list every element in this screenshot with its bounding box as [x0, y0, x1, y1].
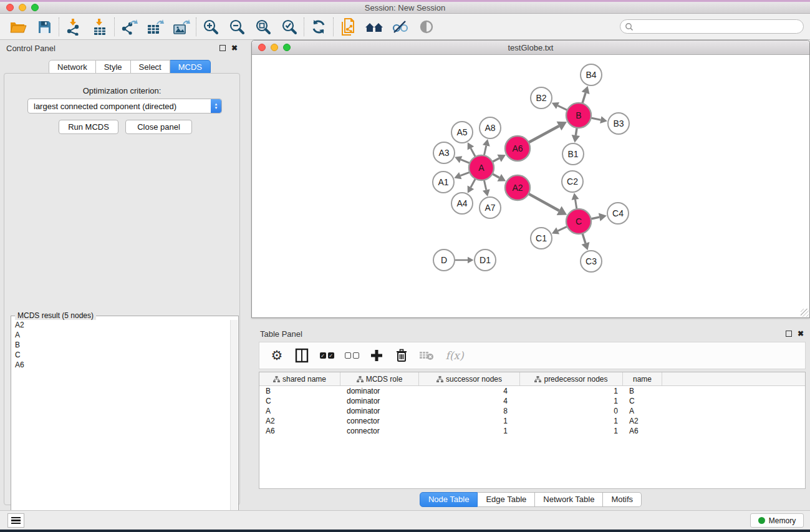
show-graphics-details-button[interactable] — [413, 16, 440, 38]
table-row[interactable]: A2connector11A2 — [259, 416, 805, 426]
zoom-selected-button[interactable] — [276, 16, 302, 38]
zoom-in-button[interactable] — [198, 16, 224, 38]
graph-edge-A-A1[interactable] — [460, 172, 470, 176]
maximize-network-window-button[interactable] — [283, 44, 291, 51]
import-table-button[interactable] — [87, 16, 113, 38]
unselect-all-columns-button[interactable] — [340, 344, 363, 367]
table-cell: dominator — [340, 386, 419, 396]
maximize-window-button[interactable] — [31, 4, 39, 11]
trash-icon — [395, 349, 408, 362]
app-titlebar: Session: New Session — [0, 2, 810, 14]
export-network-button[interactable] — [116, 16, 142, 38]
zoom-fit-button[interactable] — [250, 16, 276, 38]
close-window-button[interactable] — [6, 4, 14, 11]
search-input[interactable] — [636, 22, 792, 31]
table-header-row: shared nameMCDS rolesuccessor nodesprede… — [259, 372, 805, 386]
delete-table-icon — [419, 350, 434, 361]
table-settings-button[interactable]: ⚙ — [266, 344, 288, 367]
mcds-result-item[interactable]: A6 — [12, 360, 230, 370]
show-column-dialog-button[interactable] — [291, 344, 313, 367]
column-header-MCDS-role[interactable]: MCDS role — [340, 372, 419, 385]
export-table-button[interactable] — [142, 16, 168, 38]
mcds-result-item[interactable]: B — [12, 340, 230, 350]
minimize-network-window-button[interactable] — [271, 44, 278, 51]
graph-node-label: C — [576, 216, 582, 226]
graph-edge-A2-C[interactable] — [529, 194, 559, 211]
network-canvas[interactable]: B4B2BB3A5A8A6B1A3AC2A1A2A4A7C4CC1C3DD1 — [252, 55, 809, 317]
close-panel-button[interactable]: Close panel — [125, 120, 192, 134]
close-network-window-button[interactable] — [258, 44, 266, 51]
graph-edge-C-C4[interactable] — [591, 217, 600, 219]
graph-edge-B-B4[interactable] — [582, 93, 586, 104]
delete-table-button[interactable] — [415, 344, 438, 367]
window-resize-grip[interactable] — [801, 309, 809, 317]
result-scrollbar[interactable] — [230, 320, 238, 531]
network-from-file-button[interactable] — [335, 16, 361, 38]
close-table-panel-icon[interactable]: ✖ — [798, 330, 804, 337]
graph-edge-A-A7[interactable] — [484, 180, 486, 190]
column-header-predecessor-nodes[interactable]: predecessor nodes — [520, 372, 623, 385]
zoom-out-button[interactable] — [224, 16, 250, 38]
mcds-result-item[interactable]: A2 — [12, 320, 230, 330]
hide-graphics-details-button[interactable] — [387, 16, 413, 38]
tab-motifs[interactable]: Motifs — [603, 492, 642, 507]
graph-edge-C-C3[interactable] — [582, 233, 586, 243]
mcds-panel: Optimization criterion: largest connecte… — [4, 73, 240, 505]
graph-edge-A-A6[interactable] — [493, 158, 499, 162]
refresh-button[interactable] — [306, 16, 332, 38]
export-image-button[interactable] — [168, 16, 195, 38]
graph-edge-A-A3[interactable] — [461, 160, 470, 163]
function-builder-button[interactable]: f(x) — [440, 344, 469, 367]
network-graph: B4B2BB3A5A8A6B1A3AC2A1A2A4A7C4CC1C3DD1 — [252, 55, 809, 317]
graph-node-label: A4 — [456, 198, 467, 208]
table-row[interactable]: A6connector11A6 — [259, 426, 805, 436]
criterion-dropdown[interactable]: largest connected component (directed) ▲… — [27, 99, 222, 114]
tab-node-table[interactable]: Node Table — [420, 492, 478, 507]
float-panel-icon[interactable] — [219, 45, 226, 51]
delete-columns-button[interactable] — [390, 344, 413, 367]
graph-edge-A6-B[interactable] — [529, 126, 559, 142]
select-all-columns-button[interactable]: ✓✓ — [316, 344, 338, 367]
graph-edge-B-B3[interactable] — [591, 118, 601, 120]
tab-network-table[interactable]: Network Table — [535, 492, 603, 507]
graph-node-label: B3 — [613, 118, 624, 128]
table-row[interactable]: Cdominator41C — [259, 396, 805, 406]
main-toolbar — [0, 14, 810, 40]
tab-edge-table[interactable]: Edge Table — [478, 492, 535, 507]
home-button[interactable] — [361, 16, 387, 38]
graph-edge-A-A4[interactable] — [471, 179, 475, 188]
table-row[interactable]: Adominator80A — [259, 406, 805, 416]
graph-node-label: D — [441, 255, 447, 265]
app-title: Session: New Session — [365, 3, 445, 12]
column-header-name[interactable]: name — [623, 372, 662, 385]
mcds-result-item[interactable]: A — [12, 330, 230, 340]
graph-node-label: A6 — [512, 143, 523, 153]
graph-edge-C-C2[interactable] — [576, 200, 577, 209]
graph-edge-B-B2[interactable] — [557, 105, 567, 110]
network-window-controls — [258, 41, 291, 54]
graph-edge-A-A2[interactable] — [493, 174, 499, 178]
memory-label: Memory — [769, 516, 796, 525]
mcds-result-item[interactable]: C — [12, 350, 230, 360]
toolbar-separator — [59, 17, 59, 36]
minimize-window-button[interactable] — [19, 4, 26, 11]
table-row[interactable]: Bdominator41B — [259, 386, 805, 396]
table-cell: 1 — [520, 426, 623, 436]
create-column-button[interactable] — [365, 344, 388, 367]
float-table-panel-icon[interactable] — [786, 331, 792, 337]
graph-edge-B-B1[interactable] — [576, 128, 577, 135]
network-window-titlebar[interactable]: testGlobe.txt — [252, 41, 809, 55]
column-header-successor-nodes[interactable]: successor nodes — [419, 372, 520, 385]
save-session-button[interactable] — [31, 16, 57, 38]
graph-edge-A-A5[interactable] — [471, 148, 475, 157]
open-file-button[interactable] — [5, 16, 31, 38]
task-history-button[interactable] — [7, 513, 24, 528]
close-panel-icon[interactable]: ✖ — [231, 44, 238, 52]
network-file-icon — [340, 18, 356, 36]
memory-button[interactable]: Memory — [750, 513, 804, 528]
import-network-button[interactable] — [60, 16, 87, 38]
graph-edge-A-A8[interactable] — [484, 146, 486, 156]
column-header-shared-name[interactable]: shared name — [259, 372, 340, 385]
graph-edge-C-C1[interactable] — [558, 226, 567, 231]
run-mcds-button[interactable]: Run MCDS — [59, 120, 118, 134]
